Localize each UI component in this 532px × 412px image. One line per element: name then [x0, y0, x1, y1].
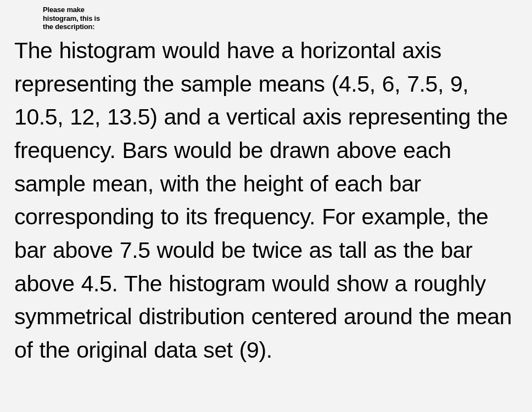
document-page: Please make histogram, this is the descr…	[0, 0, 532, 412]
description-text: The histogram would have a horizontal ax…	[14, 34, 520, 367]
prompt-text: Please make histogram, this is the descr…	[43, 5, 109, 31]
